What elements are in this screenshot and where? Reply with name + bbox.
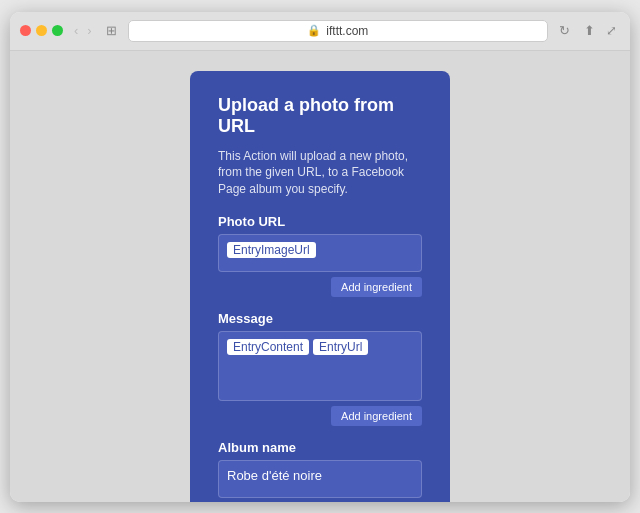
toolbar-right: ⬆ ⤢ xyxy=(581,23,620,38)
photo-url-field-group: Photo URL EntryImageUrl Add ingredient xyxy=(218,214,422,297)
photo-url-input[interactable]: EntryImageUrl xyxy=(218,234,422,272)
photo-url-add-ingredient-button[interactable]: Add ingredient xyxy=(331,277,422,297)
close-button[interactable] xyxy=(20,25,31,36)
back-button[interactable]: ‹ xyxy=(71,24,81,37)
entry-content-tag[interactable]: EntryContent xyxy=(227,339,309,355)
window-icon-button[interactable]: ⊞ xyxy=(103,23,120,38)
message-add-ingredient-row: Add ingredient xyxy=(218,406,422,426)
card-title: Upload a photo from URL xyxy=(218,95,422,138)
message-label: Message xyxy=(218,311,422,326)
photo-url-add-ingredient-row: Add ingredient xyxy=(218,277,422,297)
album-name-field-group: Album name Robe d'été noire Leave blank … xyxy=(218,440,422,501)
lock-icon: 🔒 xyxy=(307,24,321,37)
browser-chrome: ‹ › ⊞ 🔒 ifttt.com ↻ ⬆ ⤢ xyxy=(10,12,630,51)
album-name-label: Album name xyxy=(218,440,422,455)
minimize-button[interactable] xyxy=(36,25,47,36)
address-text: ifttt.com xyxy=(326,24,368,38)
share-button[interactable]: ⬆ xyxy=(581,23,598,38)
message-field-group: Message EntryContent EntryUrl Add ingred… xyxy=(218,311,422,426)
card-description: This Action will upload a new photo, fro… xyxy=(218,148,422,198)
refresh-button[interactable]: ↻ xyxy=(556,23,573,38)
message-add-ingredient-button[interactable]: Add ingredient xyxy=(331,406,422,426)
address-bar[interactable]: 🔒 ifttt.com xyxy=(128,20,548,42)
entry-image-url-tag[interactable]: EntryImageUrl xyxy=(227,242,316,258)
photo-url-label: Photo URL xyxy=(218,214,422,229)
browser-content: Upload a photo from URL This Action will… xyxy=(10,51,630,502)
album-name-input[interactable]: Robe d'été noire xyxy=(218,460,422,498)
traffic-lights xyxy=(20,25,63,36)
message-input[interactable]: EntryContent EntryUrl xyxy=(218,331,422,401)
album-name-value: Robe d'été noire xyxy=(227,468,322,483)
nav-buttons: ‹ › xyxy=(71,24,95,37)
maximize-button[interactable] xyxy=(52,25,63,36)
action-card: Upload a photo from URL This Action will… xyxy=(190,71,450,502)
entry-url-tag[interactable]: EntryUrl xyxy=(313,339,368,355)
expand-button[interactable]: ⤢ xyxy=(603,23,620,38)
browser-window: ‹ › ⊞ 🔒 ifttt.com ↻ ⬆ ⤢ Upload a photo f… xyxy=(10,12,630,502)
forward-button[interactable]: › xyxy=(84,24,94,37)
